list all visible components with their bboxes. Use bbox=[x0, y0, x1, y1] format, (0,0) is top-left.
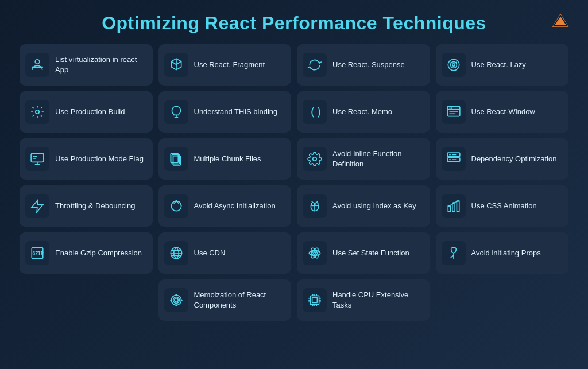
card-multiple-chunk-files: Multiple Chunk Files bbox=[158, 138, 292, 180]
bolt-icon bbox=[25, 194, 49, 218]
card-label: Multiple Chunk Files bbox=[194, 154, 261, 164]
empty-cell-1 bbox=[20, 279, 153, 321]
browser-icon bbox=[442, 100, 466, 124]
card-use-react-window: Use React-Window bbox=[436, 91, 569, 133]
cogwheel-icon bbox=[164, 288, 188, 312]
card-dependency-optimization: Dependency Optimization bbox=[436, 138, 569, 180]
card-use-react-lazy: Use React. Lazy bbox=[436, 44, 569, 86]
page-title: Optimizing React Performance Techniques bbox=[17, 10, 571, 34]
files-icon bbox=[164, 147, 188, 171]
card-label: Avoid using Index as Key bbox=[332, 201, 416, 211]
chart-icon bbox=[442, 194, 466, 218]
card-handle-cpu: Handle CPU Extensive Tasks bbox=[297, 279, 430, 321]
atom-icon bbox=[303, 241, 327, 265]
page: Optimizing React Performance Techniques … bbox=[0, 0, 588, 369]
person-icon bbox=[25, 53, 49, 77]
svg-point-51 bbox=[309, 251, 320, 256]
card-label: Use Production Mode Flag bbox=[55, 154, 144, 164]
settingsgear-icon bbox=[303, 147, 327, 171]
plant-icon bbox=[442, 241, 466, 265]
svg-point-44 bbox=[452, 202, 454, 204]
svg-rect-18 bbox=[31, 153, 44, 162]
card-avoid-index-key: Avoid using Index as Key bbox=[297, 185, 430, 227]
svg-text:GZIP: GZIP bbox=[32, 251, 44, 257]
card-avoid-async-init: Avoid Async Initialization bbox=[158, 185, 292, 227]
card-enable-gzip: GZIP Enable Gzip Compression bbox=[20, 232, 153, 274]
card-use-react-memo: () Use React. Memo bbox=[297, 91, 430, 133]
card-label: Understand THIS binding bbox=[194, 107, 278, 117]
card-label: Avoid Async Initialization bbox=[194, 201, 276, 211]
cube-icon bbox=[164, 53, 188, 77]
card-label: Use CDN bbox=[194, 248, 226, 258]
chip-icon bbox=[303, 288, 327, 312]
svg-text:(): () bbox=[309, 106, 322, 119]
card-list-virtualization: List virtualization in react App bbox=[20, 44, 153, 86]
logo-icon bbox=[550, 10, 571, 31]
server-icon bbox=[442, 147, 466, 171]
svg-point-6 bbox=[452, 64, 454, 66]
target-icon bbox=[442, 53, 466, 77]
card-label: Enable Gzip Compression bbox=[55, 248, 142, 258]
svg-rect-42 bbox=[457, 201, 459, 211]
card-use-production-build: Use Production Build bbox=[20, 91, 153, 133]
refresh-icon bbox=[303, 53, 327, 77]
card-label: Use React. Suspense bbox=[332, 60, 405, 70]
card-label: Use React. Memo bbox=[332, 107, 392, 117]
empty-cell-2 bbox=[436, 279, 569, 321]
card-label: Use React. Fragment bbox=[194, 60, 265, 70]
gear-icon bbox=[25, 100, 49, 124]
globe-icon bbox=[164, 241, 188, 265]
svg-point-4 bbox=[448, 59, 459, 71]
card-understand-this-binding: Understand THIS binding bbox=[158, 91, 292, 133]
card-memoization: Memoization of React Components bbox=[158, 279, 292, 321]
card-label: Memoization of React Components bbox=[194, 290, 286, 310]
loop-icon bbox=[164, 194, 188, 218]
card-label: Avoid Inline Function Definition bbox=[332, 149, 424, 169]
svg-line-38 bbox=[316, 201, 318, 203]
svg-point-43 bbox=[448, 205, 450, 207]
svg-rect-41 bbox=[452, 203, 454, 212]
svg-point-54 bbox=[174, 298, 178, 302]
card-use-css-animation: Use CSS Animation bbox=[436, 185, 569, 227]
card-label: Use CSS Animation bbox=[471, 201, 537, 211]
bug-icon bbox=[303, 194, 327, 218]
card-label: Throttling & Debouncing bbox=[55, 201, 135, 211]
gzip-icon: GZIP bbox=[25, 241, 49, 265]
card-label: Avoid initiating Props bbox=[471, 248, 541, 258]
card-use-cdn: Use CDN bbox=[158, 232, 292, 274]
svg-point-50 bbox=[314, 252, 316, 254]
card-label: Use React. Lazy bbox=[471, 60, 526, 70]
card-avoid-initiating-props: Avoid initiating Props bbox=[436, 232, 569, 274]
monitor-icon bbox=[25, 147, 49, 171]
svg-point-9 bbox=[36, 110, 40, 114]
card-label: Use Set State Function bbox=[332, 248, 409, 258]
card-label: Use Production Build bbox=[55, 107, 125, 117]
svg-rect-57 bbox=[310, 296, 319, 304]
svg-point-45 bbox=[457, 200, 458, 202]
svg-point-26 bbox=[313, 157, 317, 161]
svg-point-7 bbox=[450, 62, 451, 63]
card-use-react-fragment: Use React. Fragment bbox=[158, 44, 292, 86]
card-label: Use React-Window bbox=[471, 107, 535, 117]
svg-line-37 bbox=[312, 201, 313, 203]
card-avoid-inline-function: Avoid Inline Function Definition bbox=[297, 138, 430, 180]
card-use-react-suspense: Use React. Suspense bbox=[297, 44, 430, 86]
card-label: List virtualization in react App bbox=[55, 55, 147, 75]
card-label: Handle CPU Extensive Tasks bbox=[332, 290, 424, 310]
card-use-set-state: Use Set State Function bbox=[297, 232, 430, 274]
svg-point-2 bbox=[35, 60, 40, 64]
card-use-production-mode-flag: Use Production Mode Flag bbox=[20, 138, 153, 180]
bulb-icon bbox=[164, 100, 188, 124]
cards-grid: List virtualization in react App Use Rea… bbox=[17, 44, 571, 321]
svg-rect-3 bbox=[32, 67, 43, 67]
card-throttling-debouncing: Throttling & Debouncing bbox=[20, 185, 153, 227]
parens-icon: () bbox=[303, 100, 327, 124]
card-label: Dependency Optimization bbox=[471, 154, 557, 164]
svg-rect-58 bbox=[312, 298, 318, 303]
svg-point-8 bbox=[455, 62, 457, 63]
